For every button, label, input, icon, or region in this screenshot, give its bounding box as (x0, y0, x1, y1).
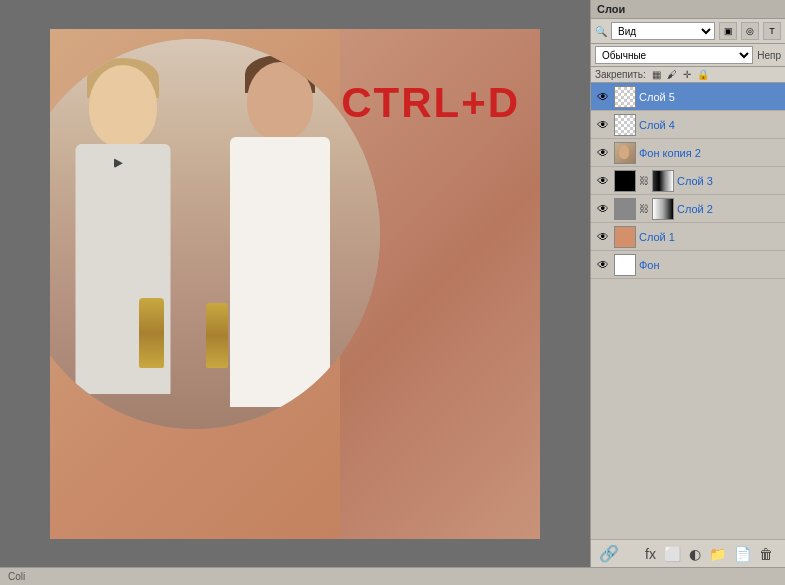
lock-brush-icon[interactable]: 🖌 (667, 69, 677, 80)
adjustment-icon-button[interactable]: ◎ (741, 22, 759, 40)
opacity-label: Непр (757, 50, 781, 61)
bride-head (247, 62, 313, 140)
layer-item[interactable]: 👁 ⛓ Слой 3 (591, 167, 785, 195)
layer-name: Слой 4 (639, 119, 781, 131)
layer-name: Фон копия 2 (639, 147, 781, 159)
lock-row: Закрепить: ▦ 🖌 ✛ 🔒 (591, 67, 785, 83)
layer-visibility-icon[interactable]: 👁 (595, 229, 611, 245)
layer-name: Слой 5 (639, 91, 781, 103)
workspace: CTRL+D Слои 🔍 Вид ▣ ◎ T Обычн (0, 0, 785, 567)
blend-row: Обычные Непр (591, 44, 785, 67)
chain-icon: ⛓ (639, 175, 649, 186)
delete-icon[interactable]: 🗑 (759, 546, 773, 562)
status-bar: Coli (0, 567, 785, 585)
layer-name: Слой 3 (677, 175, 781, 187)
add-style-icon[interactable]: fx (645, 546, 656, 562)
layer-visibility-icon[interactable]: 👁 (595, 145, 611, 161)
layer-visibility-icon[interactable]: 👁 (595, 89, 611, 105)
groom-head (89, 65, 157, 147)
panel-bottom: 🔗 fx ⬜ ◐ 📁 📄 🗑 (591, 539, 785, 567)
layer-visibility-icon[interactable]: 👁 (595, 201, 611, 217)
bride-body (230, 137, 330, 407)
groom-chalice (139, 298, 164, 368)
layer-item[interactable]: 👁 ⛓ Слой 2 (591, 195, 785, 223)
lock-all-icon[interactable]: 🔒 (697, 69, 709, 80)
layer-thumbnail (614, 86, 636, 108)
layer-item[interactable]: 👁 Слой 1 (591, 223, 785, 251)
layer-thumbnail (614, 142, 636, 164)
layer-name: Слой 2 (677, 203, 781, 215)
link-icon[interactable]: 🔗 (599, 544, 619, 563)
shortcut-label: CTRL+D (341, 79, 520, 127)
layer-thumbnail (614, 226, 636, 248)
white-thumb (615, 255, 635, 275)
blend-mode-select[interactable]: Обычные (595, 46, 753, 64)
chain-icon: ⛓ (639, 203, 649, 214)
layer-thumbnail (614, 170, 636, 192)
layer-thumbnail (614, 198, 636, 220)
lock-label: Закрепить: (595, 69, 646, 80)
search-select[interactable]: Вид (611, 22, 715, 40)
mask-icon[interactable]: ⬜ (664, 546, 681, 562)
folder-icon[interactable]: 📁 (709, 546, 726, 562)
layer-name: Слой 1 (639, 231, 781, 243)
layer-visibility-icon[interactable]: 👁 (595, 257, 611, 273)
layer-thumbnail (614, 254, 636, 276)
panel-header: Слои (591, 0, 785, 19)
layers-panel: Слои 🔍 Вид ▣ ◎ T Обычные Непр (590, 0, 785, 567)
orange-thumb (615, 227, 635, 247)
layer-visibility-icon[interactable]: 👁 (595, 173, 611, 189)
checker-thumb (615, 115, 635, 135)
layer-thumbnail (614, 114, 636, 136)
checker-thumb (615, 87, 635, 107)
status-text: Coli (8, 571, 25, 582)
couple-photo-content (50, 39, 380, 429)
search-row: 🔍 Вид ▣ ◎ T (591, 19, 785, 44)
layer-item[interactable]: 👁 Слой 5 (591, 83, 785, 111)
mask-gradient (653, 171, 673, 191)
gray-thumb (615, 199, 635, 219)
layer-item[interactable]: 👁 Фон копия 2 (591, 139, 785, 167)
canvas-area: CTRL+D (0, 0, 590, 567)
lock-move-icon[interactable]: ✛ (683, 69, 691, 80)
panel-title: Слои (597, 3, 625, 15)
circle-photo (50, 39, 380, 429)
layer-visibility-icon[interactable]: 👁 (595, 117, 611, 133)
search-icon: 🔍 (595, 26, 607, 37)
layer-icon-button[interactable]: ▣ (719, 22, 737, 40)
new-layer-icon[interactable]: 📄 (734, 546, 751, 562)
black-thumb (615, 171, 635, 191)
lock-checker-icon[interactable]: ▦ (652, 69, 661, 80)
mask-thumbnail (652, 198, 674, 220)
groom-figure (50, 50, 206, 428)
layer-item[interactable]: 👁 Слой 4 (591, 111, 785, 139)
type-icon-button[interactable]: T (763, 22, 781, 40)
bride-chalice (206, 303, 228, 368)
layer-name: Фон (639, 259, 781, 271)
white-black-gradient (653, 199, 673, 219)
app-window: CTRL+D Слои 🔍 Вид ▣ ◎ T Обычн (0, 0, 785, 585)
adjustment-add-icon[interactable]: ◐ (689, 546, 701, 562)
mask-thumbnail (652, 170, 674, 192)
layers-list: 👁 Слой 5 👁 Слой 4 👁 (591, 83, 785, 539)
canvas-content: CTRL+D (50, 29, 540, 539)
photo-thumb (615, 143, 635, 163)
layer-item[interactable]: 👁 Фон (591, 251, 785, 279)
